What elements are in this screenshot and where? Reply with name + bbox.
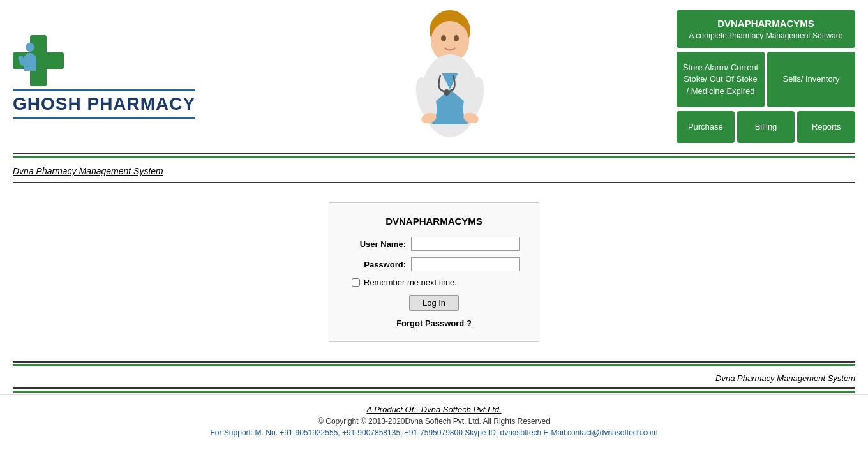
footer-bottom: A Product Of:- Dvna Softech Pvt.Ltd. © C… <box>0 394 868 444</box>
billing-button[interactable]: Billing <box>737 111 795 143</box>
logo-section: GHOSH PHARMACY <box>13 35 230 119</box>
forgot-password-link[interactable]: Forgot Password ? <box>396 319 472 328</box>
footer-right-link[interactable]: Dvna Pharmacy Management System <box>715 373 855 383</box>
forgot-password-section: Forgot Password ? <box>348 317 520 329</box>
brand-banner: DVNAPHARMACYMS A complete Pharmacy Manag… <box>677 10 855 48</box>
reports-button[interactable]: Reports <box>797 111 855 143</box>
svg-point-3 <box>454 35 459 41</box>
footer-right-link-section: Dvna Pharmacy Management System <box>0 368 868 387</box>
logo-cross <box>13 35 64 86</box>
purchase-button[interactable]: Purchase <box>677 111 735 143</box>
support-text: For Support: M. No. +91-9051922555, +91-… <box>13 428 855 437</box>
password-row: Password: <box>348 257 520 271</box>
login-box: DVNAPHARMACYMS User Name: Password: Reme… <box>329 202 539 342</box>
top-divider <box>13 153 855 154</box>
login-button[interactable]: Log In <box>409 295 459 311</box>
header: GHOSH PHARMACY <box>0 0 868 153</box>
username-input[interactable] <box>411 237 520 251</box>
logo-person-icon <box>20 43 40 78</box>
doctor-svg <box>402 6 498 147</box>
footer-bottom-green-divider <box>13 391 855 393</box>
brand-title: DVNAPHARMACYMS <box>683 18 849 29</box>
username-row: User Name: <box>348 237 520 251</box>
sells-inventory-button[interactable]: Sells/ Inventory <box>767 52 855 107</box>
footer-green-divider <box>13 364 855 366</box>
svg-point-11 <box>444 89 450 96</box>
nav-buttons-bottom: Purchase Billing Reports <box>677 111 855 143</box>
nav-buttons-top: Store Alarm/ Current Stoke/ Out Of Stoke… <box>677 52 855 107</box>
footer-bottom-divider <box>13 387 855 389</box>
person-body <box>24 53 36 71</box>
password-label: Password: <box>348 260 406 269</box>
password-input[interactable] <box>411 257 520 271</box>
sub-header: Dvna Pharmacy Management System <box>0 160 868 182</box>
right-panel: DVNAPHARMACYMS A complete Pharmacy Manag… <box>677 10 855 143</box>
remember-row: Remember me next time. <box>352 278 520 287</box>
pharmacy-name: GHOSH PHARMACY <box>13 89 195 119</box>
username-label: User Name: <box>348 239 406 249</box>
green-divider-top <box>13 156 855 158</box>
product-line: A Product Of:- Dvna Softech Pvt.Ltd. <box>13 405 855 414</box>
login-title: DVNAPHARMACYMS <box>348 216 520 227</box>
copyright-text: © Copyright © 2013-2020Dvna Softech Pvt.… <box>13 417 855 426</box>
footer-divider-top <box>13 361 855 363</box>
brand-subtitle: A complete Pharmacy Management Software <box>683 31 849 40</box>
store-alarm-button[interactable]: Store Alarm/ Current Stoke/ Out Of Stoke… <box>677 52 765 107</box>
login-btn-row: Log In <box>348 295 520 311</box>
remember-checkbox[interactable] <box>352 278 360 287</box>
remember-label: Remember me next time. <box>364 278 457 287</box>
sub-header-link[interactable]: Dvna Pharmacy Management System <box>13 166 163 176</box>
person-head <box>26 43 34 52</box>
svg-point-2 <box>441 35 446 41</box>
doctor-image <box>402 6 504 147</box>
login-section: DVNAPHARMACYMS User Name: Password: Reme… <box>0 183 868 361</box>
